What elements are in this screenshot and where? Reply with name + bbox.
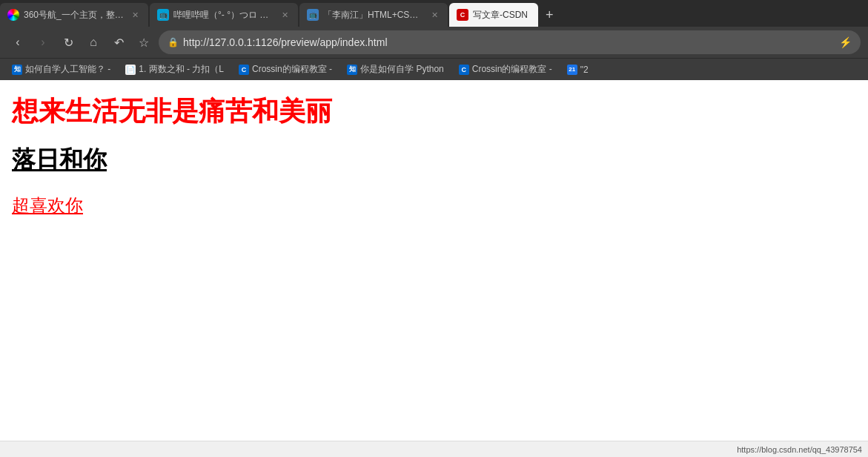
bookmark-label-21: "2: [580, 65, 589, 75]
bookmark-label-zhihu1: 如何自学人工智能？ -: [25, 63, 110, 76]
tab-label-bilibili: 哔哩哔哩（°- °）つロ 干杯: [173, 9, 274, 22]
bookmark-label-zhihu2: 你是如何自学 Python: [360, 63, 444, 76]
bookmark-label-crossin2: Crossin的编程教室 -: [472, 63, 552, 76]
security-icon: 🔒: [168, 37, 179, 47]
bookmark-favicon-leetcode: 📄: [125, 65, 136, 75]
back-button[interactable]: ‹: [7, 32, 28, 53]
bookmarks-bar: 知 如何自学人工智能？ - 📄 1. 两数之和 - 力扣（L C Crossin…: [0, 58, 868, 80]
bookmark-zhihu1[interactable]: 知 如何自学人工智能？ -: [6, 62, 116, 77]
tab-bilibili[interactable]: 📺 哔哩哔哩（°- °）つロ 干杯 ✕: [150, 3, 298, 27]
bookmark-crossin1[interactable]: C Crossin的编程教室 -: [233, 62, 338, 77]
url-input[interactable]: [183, 36, 835, 48]
status-bar: https://blog.csdn.net/qq_43978754: [0, 441, 868, 457]
bookmark-favicon-crossin2: C: [459, 65, 469, 75]
bookmark-button[interactable]: ☆: [133, 32, 154, 53]
new-tab-button[interactable]: +: [540, 3, 560, 27]
tab-label-li: 「李南江」HTML+CSS 基...: [323, 9, 424, 22]
forward-button[interactable]: ›: [33, 32, 53, 53]
bookmark-zhihu2[interactable]: 知 你是如何自学 Python: [341, 62, 450, 77]
tab-label-360: 360号航_一个主页，整个世...: [24, 9, 125, 22]
tab-label-csdn: 写文章-CSDN: [473, 9, 531, 22]
bookmark-favicon-21: 21: [567, 65, 577, 75]
tab-favicon-360: [7, 9, 19, 21]
address-bar[interactable]: 🔒 ⚡: [159, 30, 861, 54]
navigation-bar: ‹ › ↻ ⌂ ↶ ☆ 🔒 ⚡: [0, 27, 868, 58]
home-button[interactable]: ⌂: [83, 32, 104, 53]
tab-360[interactable]: 360号航_一个主页，整个世... ✕: [0, 3, 148, 27]
tab-close-bilibili[interactable]: ✕: [279, 9, 291, 21]
bookmark-label-crossin1: Crossin的编程教室 -: [252, 63, 332, 76]
browser-chrome: 360号航_一个主页，整个世... ✕ 📺 哔哩哔哩（°- °）つロ 干杯 ✕ …: [0, 0, 868, 457]
page-heading-1: 想来生活无非是痛苦和美丽: [12, 95, 856, 127]
tab-close-360[interactable]: ✕: [129, 9, 141, 21]
lightning-icon: ⚡: [839, 36, 852, 48]
webpage-content: 想来生活无非是痛苦和美丽 落日和你 超喜欢你: [0, 80, 868, 441]
bookmark-crossin2[interactable]: C Crossin的编程教室 -: [453, 62, 558, 77]
tab-li[interactable]: 📺 「李南江」HTML+CSS 基... ✕: [299, 3, 448, 27]
tab-bar: 360号航_一个主页，整个世... ✕ 📺 哔哩哔哩（°- °）つロ 干杯 ✕ …: [0, 0, 868, 27]
tab-favicon-li: 📺: [307, 9, 319, 21]
tab-close-li[interactable]: ✕: [428, 9, 440, 21]
bookmark-favicon-zhihu2: 知: [347, 65, 357, 75]
history-button[interactable]: ↶: [108, 32, 129, 53]
page-heading-2: 落日和你: [12, 145, 856, 176]
reload-button[interactable]: ↻: [58, 32, 79, 53]
bookmark-leetcode[interactable]: 📄 1. 两数之和 - 力扣（L: [119, 62, 230, 77]
tab-csdn[interactable]: C 写文章-CSDN: [449, 3, 538, 27]
bookmark-favicon-zhihu1: 知: [12, 65, 22, 75]
bookmark-21[interactable]: 21 "2: [561, 63, 594, 76]
status-url: https://blog.csdn.net/qq_43978754: [737, 445, 862, 454]
bookmark-favicon-crossin1: C: [239, 65, 249, 75]
bookmark-label-leetcode: 1. 两数之和 - 力扣（L: [139, 63, 224, 76]
page-link[interactable]: 超喜欢你: [12, 195, 83, 215]
tab-favicon-bilibili: 📺: [157, 9, 169, 21]
tab-favicon-csdn: C: [457, 9, 468, 21]
